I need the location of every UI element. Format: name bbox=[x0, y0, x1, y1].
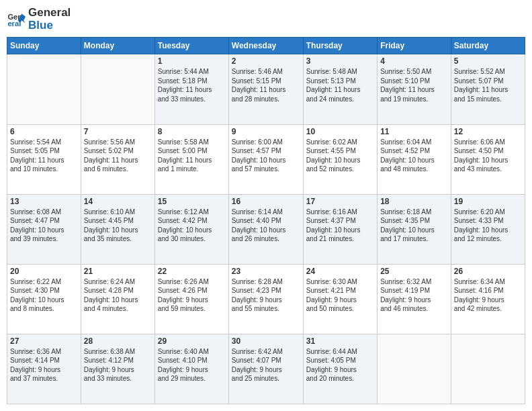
calendar-header-friday: Friday bbox=[378, 38, 451, 54]
day-number: 28 bbox=[84, 336, 152, 346]
calendar-header-tuesday: Tuesday bbox=[154, 38, 228, 54]
calendar-cell: 18Sunrise: 6:18 AM Sunset: 4:35 PM Dayli… bbox=[378, 194, 451, 264]
logo: Gen eral General Blue bbox=[7, 7, 71, 32]
calendar-week-1: 1Sunrise: 5:44 AM Sunset: 5:18 PM Daylig… bbox=[7, 54, 525, 124]
day-number: 13 bbox=[10, 197, 78, 206]
calendar-cell: 16Sunrise: 6:14 AM Sunset: 4:40 PM Dayli… bbox=[228, 194, 303, 264]
calendar-header-saturday: Saturday bbox=[451, 38, 525, 54]
calendar-cell: 31Sunrise: 6:44 AM Sunset: 4:05 PM Dayli… bbox=[303, 334, 377, 404]
calendar-cell: 23Sunrise: 6:28 AM Sunset: 4:23 PM Dayli… bbox=[228, 264, 303, 334]
calendar-cell: 7Sunrise: 5:56 AM Sunset: 5:02 PM Daylig… bbox=[81, 124, 154, 194]
calendar-cell: 21Sunrise: 6:24 AM Sunset: 4:28 PM Dayli… bbox=[81, 264, 154, 334]
day-info: Sunrise: 5:46 AM Sunset: 5:15 PM Dayligh… bbox=[232, 67, 300, 103]
day-info: Sunrise: 5:54 AM Sunset: 5:05 PM Dayligh… bbox=[10, 138, 78, 174]
day-number: 15 bbox=[158, 197, 226, 206]
calendar-cell: 28Sunrise: 6:38 AM Sunset: 4:12 PM Dayli… bbox=[81, 334, 154, 404]
calendar-cell: 13Sunrise: 6:08 AM Sunset: 4:47 PM Dayli… bbox=[7, 194, 81, 264]
day-info: Sunrise: 6:08 AM Sunset: 4:47 PM Dayligh… bbox=[10, 208, 78, 244]
day-number: 20 bbox=[10, 267, 78, 276]
day-info: Sunrise: 6:40 AM Sunset: 4:10 PM Dayligh… bbox=[158, 347, 226, 383]
day-info: Sunrise: 6:16 AM Sunset: 4:37 PM Dayligh… bbox=[306, 208, 374, 244]
calendar-cell: 26Sunrise: 6:34 AM Sunset: 4:16 PM Dayli… bbox=[451, 264, 525, 334]
calendar-header-row: SundayMondayTuesdayWednesdayThursdayFrid… bbox=[7, 38, 525, 54]
day-number: 9 bbox=[232, 127, 300, 136]
calendar-cell: 1Sunrise: 5:44 AM Sunset: 5:18 PM Daylig… bbox=[154, 54, 228, 124]
day-number: 18 bbox=[380, 197, 448, 206]
calendar-week-5: 27Sunrise: 6:36 AM Sunset: 4:14 PM Dayli… bbox=[7, 334, 525, 404]
day-number: 5 bbox=[454, 56, 522, 66]
calendar-cell bbox=[81, 54, 154, 124]
day-info: Sunrise: 6:04 AM Sunset: 4:52 PM Dayligh… bbox=[380, 138, 448, 174]
calendar-cell: 14Sunrise: 6:10 AM Sunset: 4:45 PM Dayli… bbox=[81, 194, 154, 264]
day-info: Sunrise: 5:58 AM Sunset: 5:00 PM Dayligh… bbox=[158, 138, 226, 174]
logo-icon: Gen eral bbox=[7, 10, 26, 29]
day-info: Sunrise: 5:52 AM Sunset: 5:07 PM Dayligh… bbox=[454, 67, 522, 103]
calendar-cell: 17Sunrise: 6:16 AM Sunset: 4:37 PM Dayli… bbox=[303, 194, 377, 264]
calendar-header-thursday: Thursday bbox=[303, 38, 377, 54]
day-number: 30 bbox=[232, 336, 300, 346]
day-number: 6 bbox=[10, 127, 78, 136]
day-number: 3 bbox=[306, 56, 374, 66]
calendar-cell: 20Sunrise: 6:22 AM Sunset: 4:30 PM Dayli… bbox=[7, 264, 81, 334]
calendar-cell: 4Sunrise: 5:50 AM Sunset: 5:10 PM Daylig… bbox=[378, 54, 451, 124]
day-info: Sunrise: 6:14 AM Sunset: 4:40 PM Dayligh… bbox=[232, 208, 300, 244]
day-number: 12 bbox=[454, 127, 522, 136]
day-info: Sunrise: 5:56 AM Sunset: 5:02 PM Dayligh… bbox=[84, 138, 152, 174]
calendar-header-monday: Monday bbox=[81, 38, 154, 54]
calendar-cell: 11Sunrise: 6:04 AM Sunset: 4:52 PM Dayli… bbox=[378, 124, 451, 194]
day-number: 10 bbox=[306, 127, 374, 136]
day-info: Sunrise: 6:30 AM Sunset: 4:21 PM Dayligh… bbox=[306, 277, 374, 314]
day-info: Sunrise: 6:26 AM Sunset: 4:26 PM Dayligh… bbox=[158, 277, 226, 314]
calendar-cell: 6Sunrise: 5:54 AM Sunset: 5:05 PM Daylig… bbox=[7, 124, 81, 194]
day-number: 11 bbox=[380, 127, 448, 136]
day-info: Sunrise: 6:36 AM Sunset: 4:14 PM Dayligh… bbox=[10, 347, 78, 383]
calendar-cell bbox=[451, 334, 525, 404]
calendar-table: SundayMondayTuesdayWednesdayThursdayFrid… bbox=[7, 37, 525, 404]
day-number: 31 bbox=[306, 336, 374, 346]
calendar-cell: 24Sunrise: 6:30 AM Sunset: 4:21 PM Dayli… bbox=[303, 264, 377, 334]
day-info: Sunrise: 6:18 AM Sunset: 4:35 PM Dayligh… bbox=[380, 208, 448, 244]
day-number: 2 bbox=[232, 56, 300, 66]
day-info: Sunrise: 6:44 AM Sunset: 4:05 PM Dayligh… bbox=[306, 347, 374, 383]
day-number: 24 bbox=[306, 267, 374, 276]
day-number: 17 bbox=[306, 197, 374, 206]
day-info: Sunrise: 6:32 AM Sunset: 4:19 PM Dayligh… bbox=[380, 277, 448, 314]
calendar-cell: 27Sunrise: 6:36 AM Sunset: 4:14 PM Dayli… bbox=[7, 334, 81, 404]
day-info: Sunrise: 6:22 AM Sunset: 4:30 PM Dayligh… bbox=[10, 277, 78, 314]
day-number: 1 bbox=[158, 56, 226, 66]
calendar-cell: 19Sunrise: 6:20 AM Sunset: 4:33 PM Dayli… bbox=[451, 194, 525, 264]
calendar-cell: 2Sunrise: 5:46 AM Sunset: 5:15 PM Daylig… bbox=[228, 54, 303, 124]
day-info: Sunrise: 6:06 AM Sunset: 4:50 PM Dayligh… bbox=[454, 138, 522, 174]
calendar-week-2: 6Sunrise: 5:54 AM Sunset: 5:05 PM Daylig… bbox=[7, 124, 525, 194]
logo-text-general: General bbox=[28, 6, 71, 19]
calendar-week-4: 20Sunrise: 6:22 AM Sunset: 4:30 PM Dayli… bbox=[7, 264, 525, 334]
day-info: Sunrise: 5:50 AM Sunset: 5:10 PM Dayligh… bbox=[380, 67, 448, 103]
calendar-header-wednesday: Wednesday bbox=[228, 38, 303, 54]
day-info: Sunrise: 6:10 AM Sunset: 4:45 PM Dayligh… bbox=[84, 208, 152, 244]
day-number: 16 bbox=[232, 197, 300, 206]
calendar-cell: 15Sunrise: 6:12 AM Sunset: 4:42 PM Dayli… bbox=[154, 194, 228, 264]
day-info: Sunrise: 6:38 AM Sunset: 4:12 PM Dayligh… bbox=[84, 347, 152, 383]
calendar-cell bbox=[378, 334, 451, 404]
day-info: Sunrise: 6:20 AM Sunset: 4:33 PM Dayligh… bbox=[454, 208, 522, 244]
calendar-cell: 29Sunrise: 6:40 AM Sunset: 4:10 PM Dayli… bbox=[154, 334, 228, 404]
calendar-cell: 30Sunrise: 6:42 AM Sunset: 4:07 PM Dayli… bbox=[228, 334, 303, 404]
calendar-cell: 10Sunrise: 6:02 AM Sunset: 4:55 PM Dayli… bbox=[303, 124, 377, 194]
day-number: 19 bbox=[454, 197, 522, 206]
day-number: 14 bbox=[84, 197, 152, 206]
day-number: 21 bbox=[84, 267, 152, 276]
day-info: Sunrise: 6:00 AM Sunset: 4:57 PM Dayligh… bbox=[232, 138, 300, 174]
day-number: 25 bbox=[380, 267, 448, 276]
calendar-cell: 3Sunrise: 5:48 AM Sunset: 5:13 PM Daylig… bbox=[303, 54, 377, 124]
day-number: 8 bbox=[158, 127, 226, 136]
calendar-cell bbox=[7, 54, 81, 124]
logo-text-blue: Blue bbox=[28, 19, 71, 32]
day-info: Sunrise: 6:02 AM Sunset: 4:55 PM Dayligh… bbox=[306, 138, 374, 174]
day-number: 29 bbox=[158, 336, 226, 346]
day-number: 7 bbox=[84, 127, 152, 136]
calendar-cell: 25Sunrise: 6:32 AM Sunset: 4:19 PM Dayli… bbox=[378, 264, 451, 334]
day-number: 27 bbox=[10, 336, 78, 346]
calendar-cell: 9Sunrise: 6:00 AM Sunset: 4:57 PM Daylig… bbox=[228, 124, 303, 194]
day-info: Sunrise: 6:12 AM Sunset: 4:42 PM Dayligh… bbox=[158, 208, 226, 244]
day-info: Sunrise: 6:34 AM Sunset: 4:16 PM Dayligh… bbox=[454, 277, 522, 314]
